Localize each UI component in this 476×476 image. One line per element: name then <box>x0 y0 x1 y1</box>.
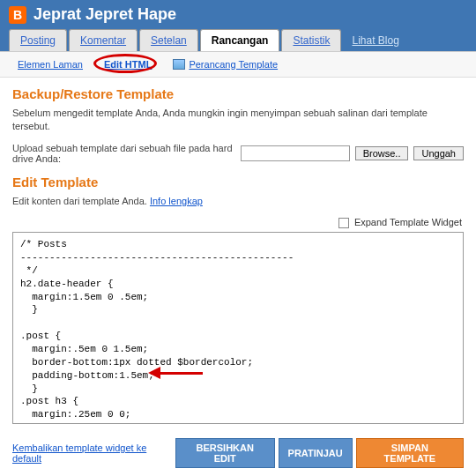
subtab-perancang-template[interactable]: Perancang Template <box>173 59 278 70</box>
blogger-logo-icon: B <box>9 6 26 24</box>
edit-template-heading: Edit Template <box>12 175 464 190</box>
file-input[interactable] <box>241 145 350 161</box>
expand-widget-row: Expand Template Widget <box>12 217 462 228</box>
tab-rancangan[interactable]: Rancangan <box>200 29 280 51</box>
upload-button[interactable]: Unggah <box>413 146 464 160</box>
backup-heading: Backup/Restore Template <box>12 86 464 101</box>
annotation-arrow-icon <box>159 372 203 375</box>
footer-buttons: BERSIHKAN EDIT PRATINJAU SIMPAN TEMPLATE <box>175 438 464 468</box>
perancang-label: Perancang Template <box>189 59 278 70</box>
browse-button[interactable]: Browse.. <box>355 146 409 160</box>
subtab-edit-html-label: Edit HTML <box>104 59 152 70</box>
expand-checkbox[interactable] <box>338 218 349 228</box>
preview-button[interactable]: PRATINJAU <box>279 438 353 468</box>
tab-posting[interactable]: Posting <box>9 29 67 51</box>
main-tabs: Posting Komentar Setelan Rancangan Stati… <box>0 29 476 52</box>
upload-row: Upload sebuah template dari sebuah file … <box>12 143 464 164</box>
subtab-edit-html[interactable]: Edit HTML <box>99 57 157 71</box>
info-lengkap-link[interactable]: Info lengkap <box>150 196 203 206</box>
tab-setelan[interactable]: Setelan <box>139 29 198 51</box>
template-code-editor[interactable]: /* Posts -------------------------------… <box>12 232 464 424</box>
edit-desc: Edit konten dari template Anda. Info len… <box>12 195 464 208</box>
footer-bar: Kembalikan template widget ke default BE… <box>0 431 476 475</box>
site-title: Jeprat Jepret Hape <box>33 5 176 24</box>
upload-label: Upload sebuah template dari sebuah file … <box>12 143 235 164</box>
content-area: Backup/Restore Template Sebelum mengedit… <box>0 78 476 431</box>
app-header: B Jeprat Jepret Hape <box>0 0 476 29</box>
edit-desc-text: Edit konten dari template Anda. <box>12 196 150 206</box>
template-designer-icon <box>173 59 185 70</box>
reset-widget-link[interactable]: Kembalikan template widget ke default <box>12 443 175 464</box>
view-blog-link[interactable]: Lihat Blog <box>343 30 407 51</box>
sub-tabs: Elemen Laman Edit HTML Perancang Templat… <box>0 52 476 78</box>
tab-komentar[interactable]: Komentar <box>69 29 138 51</box>
save-template-button[interactable]: SIMPAN TEMPLATE <box>356 438 464 468</box>
backup-desc: Sebelum mengedit template Anda, Anda mun… <box>12 107 464 134</box>
subtab-elemen-laman[interactable]: Elemen Laman <box>18 59 83 70</box>
clear-edit-button[interactable]: BERSIHKAN EDIT <box>175 438 275 468</box>
code-content: /* Posts -------------------------------… <box>20 239 294 424</box>
tab-statistik[interactable]: Statistik <box>281 29 341 51</box>
expand-label: Expand Template Widget <box>354 217 462 227</box>
